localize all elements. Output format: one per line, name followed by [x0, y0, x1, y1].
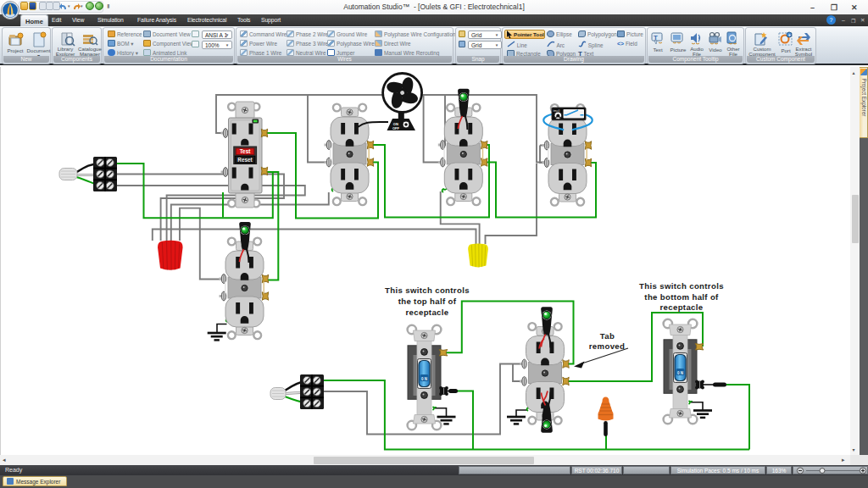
- svg-text:Test: Test: [240, 148, 252, 154]
- svg-text:OFF: OFF: [392, 126, 400, 130]
- svg-text:removed: removed: [589, 341, 625, 351]
- svg-text:Tab: Tab: [600, 331, 615, 341]
- svg-text:the bottom half of: the bottom half of: [644, 292, 719, 302]
- svg-text:Reset: Reset: [237, 157, 253, 163]
- svg-text:T: T: [654, 34, 658, 42]
- svg-text:+: +: [788, 32, 791, 37]
- svg-text:This switch controls: This switch controls: [639, 281, 724, 291]
- svg-text:receptacle: receptacle: [406, 308, 449, 317]
- svg-text:receptacle: receptacle: [660, 302, 704, 312]
- svg-text:the top half of: the top half of: [398, 297, 457, 306]
- svg-text:ON: ON: [393, 122, 398, 126]
- svg-text:This switch controls: This switch controls: [385, 286, 470, 295]
